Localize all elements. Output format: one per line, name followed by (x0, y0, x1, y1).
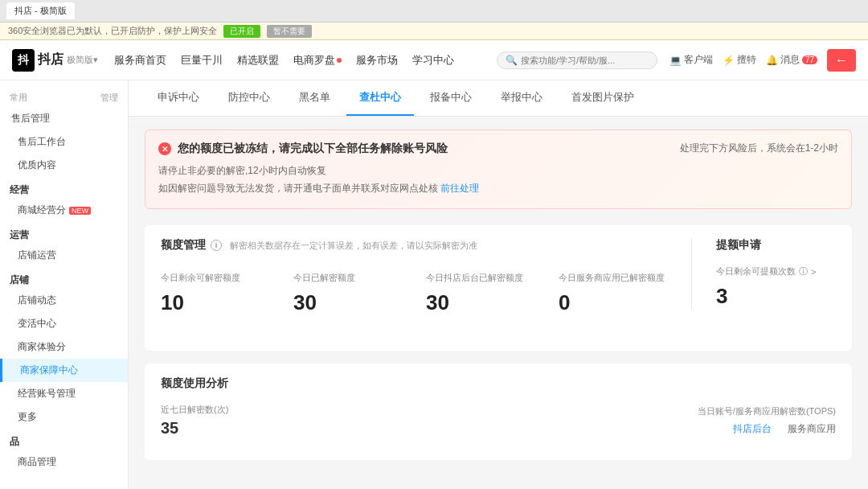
chart-tabs: 抖店后台 服务商应用 (698, 422, 836, 436)
sidebar-category-pin: 品 (0, 429, 128, 450)
nav-link-jxlm[interactable]: 精选联盟 (237, 53, 279, 68)
sidebar-item-label: 商品管理 (18, 455, 56, 469)
quota-right-info[interactable]: ⓘ (799, 265, 808, 277)
bell-icon: 🔔 (766, 55, 778, 66)
nav-links: 服务商首页 巨量干川 精选联盟 电商罗盘 服务市场 学习中心 (114, 53, 497, 68)
analysis-right: 当日账号/服务商应用解密数(TOPS) 抖店后台 服务商应用 (698, 405, 836, 436)
nav-client[interactable]: 💻 客户端 (669, 53, 713, 67)
quota-row: 今日剩余可解密额度 10 今日已解密额度 30 今日抖店后台已解密额度 30 (161, 265, 691, 322)
alert-right: 处理完下方风险后，系统会在1-2小时 (680, 142, 838, 155)
message-label: 消息 (780, 53, 800, 67)
chart-tab-service[interactable]: 服务商应用 (788, 422, 836, 436)
page-body: 常用 管理 售后管理 售后工作台 优质内容 经营 商城经营分 NEW 运营 店铺… (0, 80, 868, 489)
back-button[interactable]: ← (827, 49, 856, 72)
analysis-right-label: 当日账号/服务商应用解密数(TOPS) (698, 405, 836, 417)
tab-image-protection[interactable]: 首发图片保护 (559, 80, 647, 116)
sidebar-item-label: 商家保障中心 (20, 364, 78, 377)
quota-right-arrow[interactable]: > (811, 267, 816, 277)
nav-link-ecommerce[interactable]: 电商罗盘 (293, 53, 342, 68)
client-label: 客户端 (684, 53, 713, 67)
tab-prevention[interactable]: 防控中心 (215, 80, 283, 116)
chart-tab-doukebei[interactable]: 抖店后台 (733, 422, 772, 436)
tab-report-filing[interactable]: 报备中心 (417, 80, 485, 116)
tab-inspection[interactable]: 查杜中心 (346, 80, 414, 116)
sidebar-category-yunying: 运营 (0, 222, 128, 244)
nav-link-service-market[interactable]: 服务市场 (356, 53, 398, 68)
quota-value-3: 0 (559, 290, 691, 315)
warning-open-btn[interactable]: 已开启 (223, 25, 260, 38)
browser-bar: 抖店 - 极简版 (0, 0, 868, 23)
sidebar-item-aftersale-workbench[interactable]: 售后工作台 (0, 130, 128, 154)
analysis-section: 额度使用分析 近七日解密数(次) 35 当日账号/服务商应用解密数(TOPS) … (145, 364, 852, 460)
alert-desc1: 请停止非必要的解密,12小时内自动恢复 (158, 162, 664, 180)
sidebar-item-label: 更多 (18, 410, 37, 424)
warning-text: 360安全浏览器已为默认，已开启防护，保护上网安全 (8, 25, 217, 37)
sidebar-item-product-manage[interactable]: 商品管理 (0, 450, 128, 474)
nav-link-service-home[interactable]: 服务商首页 (114, 53, 166, 68)
client-icon: 💻 (669, 55, 682, 66)
quota-subtitle: 解密相关数据存在一定计算误差，如有误差，请以实际解密为准 (230, 240, 477, 252)
tab-appeal[interactable]: 申诉中心 (145, 80, 212, 116)
sidebar-header-manage: 管理 (100, 92, 118, 104)
nav-link-study[interactable]: 学习中心 (412, 53, 454, 68)
logo-icon: 抖 (12, 49, 35, 72)
quota-label-3: 今日服务商应用已解密额度 (559, 272, 691, 284)
logo-sub[interactable]: 极简版▾ (67, 54, 98, 66)
alert-title-text: 您的额度已被冻结，请完成以下全部任务解除账号风险 (178, 142, 448, 156)
warning-dismiss-btn[interactable]: 暂不需要 (267, 25, 312, 38)
alert-desc2: 如因解密问题导致无法发货，请开通电子面单并联系对应网点处核 前往处理 (158, 180, 664, 198)
analysis-header: 近七日解密数(次) 35 当日账号/服务商应用解密数(TOPS) 抖店后台 服务… (161, 404, 836, 438)
sidebar-item-dianpu-dongtai[interactable]: 店铺动态 (0, 289, 128, 312)
sidebar-section-header: 常用 管理 (0, 88, 128, 107)
main-content: 申诉中心 防控中心 黑名单 查杜中心 报备中心 举报中心 首发图片保护 ✕ 您的… (129, 80, 868, 489)
sidebar-item-shangjiatiyan[interactable]: 商家体验分 (0, 335, 128, 359)
quota-title-text: 额度管理 (161, 238, 206, 253)
sidebar-category-jingying: 经营 (0, 177, 128, 199)
main-nav: 抖 抖店 极简版▾ 服务商首页 巨量干川 精选联盟 电商罗盘 服务市场 学习中心… (0, 40, 868, 80)
sidebar-item-baozhanng[interactable]: 商家保障中心 (0, 359, 128, 382)
sidebar-header-common: 常用 (10, 92, 27, 104)
nav-special[interactable]: ⚡ 擅特 (723, 53, 756, 67)
sidebar-item-label: 商城经营分 (18, 203, 66, 217)
tab-report-center[interactable]: 举报中心 (488, 80, 555, 116)
warning-bar: 360安全浏览器已为默认，已开启防护，保护上网安全 已开启 暂不需要 (0, 23, 868, 40)
sidebar-item-quality-content[interactable]: 优质内容 (0, 154, 128, 177)
search-icon: 🔍 (506, 55, 518, 66)
browser-tab[interactable]: 抖店 - 极简版 (6, 2, 75, 19)
sidebar-item-label: 售后工作台 (18, 135, 66, 149)
analysis-left: 近七日解密数(次) 35 (161, 404, 228, 438)
ecommerce-dot (337, 58, 342, 63)
sidebar-item-dianpu-yunying[interactable]: 店铺运营 (0, 244, 128, 267)
search-area[interactable]: 🔍 (497, 51, 657, 69)
alert-title: ✕ 您的额度已被冻结，请完成以下全部任务解除账号风险 (158, 142, 664, 156)
special-icon: ⚡ (723, 55, 735, 66)
sidebar-item-label: 优质内容 (18, 158, 56, 172)
sidebar-item-label: 店铺运营 (18, 249, 56, 262)
search-input[interactable] (521, 55, 633, 65)
sidebar-item-label: 变活中心 (18, 317, 56, 331)
nav-message[interactable]: 🔔 消息 77 (766, 53, 817, 67)
sidebar-item-label: 经营账号管理 (18, 387, 76, 401)
sidebar-item-more[interactable]: 更多 (0, 405, 128, 429)
sidebar-item-shangcheng[interactable]: 商城经营分 NEW (0, 199, 128, 222)
quota-card-service: 今日服务商应用已解密额度 0 (559, 265, 691, 322)
sidebar-item-bianhuo[interactable]: 变活中心 (0, 312, 128, 335)
new-badge: NEW (69, 207, 91, 215)
quota-label-2: 今日抖店后台已解密额度 (426, 272, 559, 284)
quota-right-title: 提额申请 (716, 238, 836, 253)
sidebar-item-label: 商家体验分 (18, 340, 66, 354)
quota-card-remaining: 今日剩余可解密额度 10 (161, 265, 293, 322)
quota-value-0: 10 (161, 290, 293, 315)
analysis-title: 额度使用分析 (161, 376, 836, 391)
sidebar-item-jingyinzhanghao[interactable]: 经营账号管理 (0, 382, 128, 405)
quota-label-1: 今日已解密额度 (293, 272, 426, 284)
tab-blacklist[interactable]: 黑名单 (286, 80, 343, 116)
quota-info-icon[interactable]: i (211, 240, 222, 251)
alert-link[interactable]: 前往处理 (440, 183, 479, 194)
sidebar-item-label: 售后管理 (11, 112, 50, 125)
quota-card-doukebei: 今日抖店后台已解密额度 30 (426, 265, 559, 322)
analysis-left-value: 35 (161, 419, 228, 438)
alert-left: ✕ 您的额度已被冻结，请完成以下全部任务解除账号风险 请停止非必要的解密,12小… (158, 142, 664, 197)
error-icon: ✕ (158, 142, 171, 155)
nav-link-juliangqc[interactable]: 巨量干川 (181, 53, 223, 68)
